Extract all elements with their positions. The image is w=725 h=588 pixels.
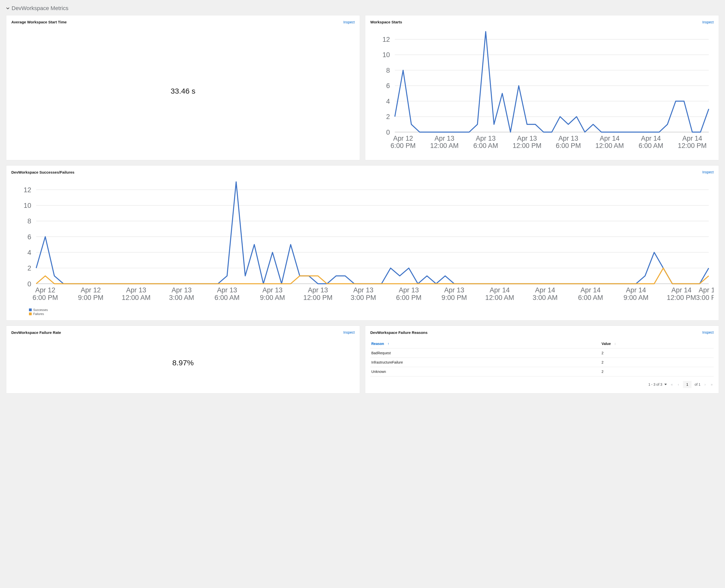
svg-text:6:00 AM: 6:00 AM <box>215 293 240 301</box>
svg-text:12: 12 <box>24 186 31 193</box>
svg-text:3:00 AM: 3:00 AM <box>169 293 194 301</box>
svg-text:Apr 14: Apr 14 <box>699 286 714 294</box>
svg-text:9:00 PM: 9:00 PM <box>442 293 467 301</box>
svg-text:9:00 AM: 9:00 AM <box>624 293 649 301</box>
column-header-value[interactable]: Value ↕ <box>601 339 714 349</box>
panel-title: DevWorkspace Failure Reasons <box>370 330 427 335</box>
pager-range-dropdown[interactable]: 1 - 3 of 3 <box>648 382 667 386</box>
pager-range-label: 1 - 3 of 3 <box>648 382 662 386</box>
svg-text:Apr 12: Apr 12 <box>35 286 55 294</box>
panel-workspace-starts: Workspace Starts Inspect 024681012Apr 12… <box>365 15 719 160</box>
legend-label: Successes <box>33 308 48 312</box>
svg-text:8: 8 <box>386 67 390 74</box>
table-row: Unknown 2 <box>370 367 714 376</box>
inspect-link[interactable]: Inspect <box>702 20 714 24</box>
svg-text:Apr 14: Apr 14 <box>600 134 620 142</box>
table-row: BadRequest 2 <box>370 348 714 358</box>
svg-text:Apr 13: Apr 13 <box>399 286 419 294</box>
svg-text:0: 0 <box>386 129 390 136</box>
column-header-label: Reason <box>371 342 384 346</box>
svg-text:3:00 PM: 3:00 PM <box>696 293 714 301</box>
svg-text:12:00 AM: 12:00 AM <box>596 142 624 149</box>
svg-text:12: 12 <box>382 36 390 43</box>
svg-text:Apr 14: Apr 14 <box>535 286 555 294</box>
svg-text:Apr 13: Apr 13 <box>435 134 455 142</box>
svg-text:12:00 AM: 12:00 AM <box>122 293 151 301</box>
legend: Successes Failures <box>11 308 714 316</box>
svg-text:0: 0 <box>27 280 31 288</box>
svg-text:6:00 PM: 6:00 PM <box>396 293 421 301</box>
panel-avg-start-time: Average Workspace Start Time Inspect 33.… <box>6 15 360 160</box>
panel-title: DevWorkspace Successes/Failures <box>11 170 75 174</box>
panel-title: DevWorkspace Failure Rate <box>11 330 61 335</box>
legend-label: Failures <box>33 312 44 316</box>
table-row: InfrastructureFailure 2 <box>370 358 714 367</box>
svg-text:Apr 13: Apr 13 <box>444 286 464 294</box>
legend-swatch-successes <box>29 309 32 311</box>
svg-text:Apr 14: Apr 14 <box>682 134 702 142</box>
pager: 1 - 3 of 3 « ‹ of 1 › » <box>370 381 714 388</box>
pager-prev-icon[interactable]: ‹ <box>677 381 680 387</box>
chevron-down-icon <box>6 6 9 10</box>
cell-value: 2 <box>601 358 714 367</box>
svg-text:4: 4 <box>386 98 390 105</box>
svg-text:Apr 13: Apr 13 <box>558 134 578 142</box>
column-header-reason[interactable]: Reason ↑ <box>370 339 601 349</box>
panel-failure-rate: DevWorkspace Failure Rate Inspect 8.97% <box>6 326 360 394</box>
sort-none-icon: ↕ <box>614 342 616 346</box>
section-title: DevWorkspace Metrics <box>12 5 68 12</box>
pager-of-label: of 1 <box>694 382 700 386</box>
panel-failure-reasons: DevWorkspace Failure Reasons Inspect Rea… <box>365 326 719 394</box>
svg-text:12:00 PM: 12:00 PM <box>512 142 542 149</box>
svg-text:2: 2 <box>27 264 31 272</box>
svg-text:10: 10 <box>382 51 390 59</box>
svg-text:6: 6 <box>386 82 390 89</box>
svg-text:6:00 PM: 6:00 PM <box>33 293 58 301</box>
pager-page-input[interactable] <box>683 381 691 388</box>
inspect-link[interactable]: Inspect <box>702 330 714 334</box>
sort-asc-icon: ↑ <box>387 342 389 346</box>
svg-text:2: 2 <box>386 113 390 121</box>
svg-text:Apr 13: Apr 13 <box>476 134 496 142</box>
pager-first-icon[interactable]: « <box>670 381 674 387</box>
svg-text:6:00 PM: 6:00 PM <box>390 142 416 149</box>
svg-text:6:00 AM: 6:00 AM <box>639 142 663 149</box>
cell-value: 2 <box>601 367 714 376</box>
svg-text:6:00 PM: 6:00 PM <box>556 142 581 149</box>
legend-item-failures: Failures <box>29 312 714 316</box>
svg-text:Apr 13: Apr 13 <box>172 286 192 294</box>
failure-reasons-table: Reason ↑ Value ↕ BadRequest 2 Infrastruc… <box>370 339 714 376</box>
avg-start-value: 33.46 s <box>11 27 355 155</box>
chart-workspace-starts: 024681012Apr 126:00 PMApr 1312:00 AMApr … <box>370 27 714 155</box>
svg-text:Apr 14: Apr 14 <box>490 286 510 294</box>
section-header[interactable]: DevWorkspace Metrics <box>6 5 719 12</box>
inspect-link[interactable]: Inspect <box>343 20 355 24</box>
svg-text:9:00 PM: 9:00 PM <box>78 293 103 301</box>
inspect-link[interactable]: Inspect <box>702 170 714 174</box>
inspect-link[interactable]: Inspect <box>343 330 355 334</box>
svg-text:Apr 12: Apr 12 <box>81 286 101 294</box>
cell-reason: InfrastructureFailure <box>370 358 601 367</box>
panel-title: Workspace Starts <box>370 20 402 24</box>
svg-text:6:00 AM: 6:00 AM <box>473 142 498 149</box>
pager-next-icon[interactable]: › <box>704 381 707 387</box>
svg-text:Apr 14: Apr 14 <box>626 286 646 294</box>
svg-text:10: 10 <box>24 202 31 209</box>
svg-text:Apr 12: Apr 12 <box>393 134 413 142</box>
svg-text:Apr 13: Apr 13 <box>517 134 537 142</box>
panel-successes-failures: DevWorkspace Successes/Failures Inspect … <box>6 165 719 320</box>
svg-text:Apr 14: Apr 14 <box>641 134 661 142</box>
svg-text:3:00 AM: 3:00 AM <box>533 293 558 301</box>
legend-swatch-failures <box>29 313 32 315</box>
column-header-label: Value <box>602 342 611 346</box>
pager-last-icon[interactable]: » <box>710 381 714 387</box>
svg-text:12:00 PM: 12:00 PM <box>678 142 707 149</box>
svg-text:12:00 PM: 12:00 PM <box>667 293 696 301</box>
failure-rate-value: 8.97% <box>11 337 355 389</box>
cell-value: 2 <box>601 348 714 358</box>
chart-successes-failures: 024681012Apr 126:00 PMApr 129:00 PMApr 1… <box>11 177 714 307</box>
svg-text:12:00 PM: 12:00 PM <box>303 293 333 301</box>
svg-text:Apr 13: Apr 13 <box>353 286 373 294</box>
cell-reason: Unknown <box>370 367 601 376</box>
svg-text:Apr 14: Apr 14 <box>671 286 691 294</box>
